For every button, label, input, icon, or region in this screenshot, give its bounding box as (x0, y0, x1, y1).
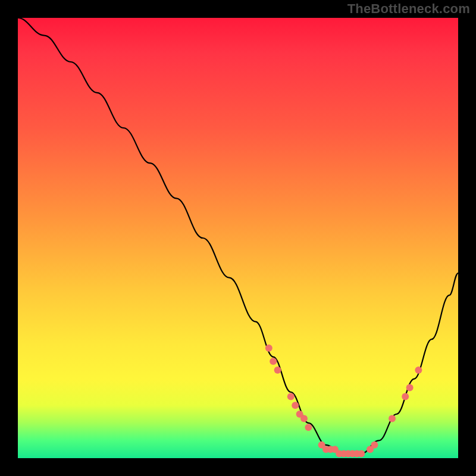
chart-container: TheBottleneck.com (0, 0, 476, 476)
data-marker (300, 415, 308, 422)
chart-markers (265, 345, 422, 458)
data-marker (292, 402, 299, 409)
data-marker (358, 450, 365, 458)
data-marker (402, 393, 409, 400)
data-marker (389, 415, 396, 422)
data-marker (371, 441, 378, 449)
data-marker (305, 424, 312, 431)
data-marker (406, 384, 414, 392)
chart-svg (18, 18, 458, 458)
data-marker (270, 358, 277, 365)
data-marker (287, 393, 295, 400)
plot-area (18, 18, 458, 458)
attribution-text: TheBottleneck.com (347, 1, 470, 17)
data-marker (415, 367, 422, 374)
bottleneck-curve (18, 18, 458, 454)
data-marker (274, 367, 281, 374)
data-marker (265, 345, 273, 352)
